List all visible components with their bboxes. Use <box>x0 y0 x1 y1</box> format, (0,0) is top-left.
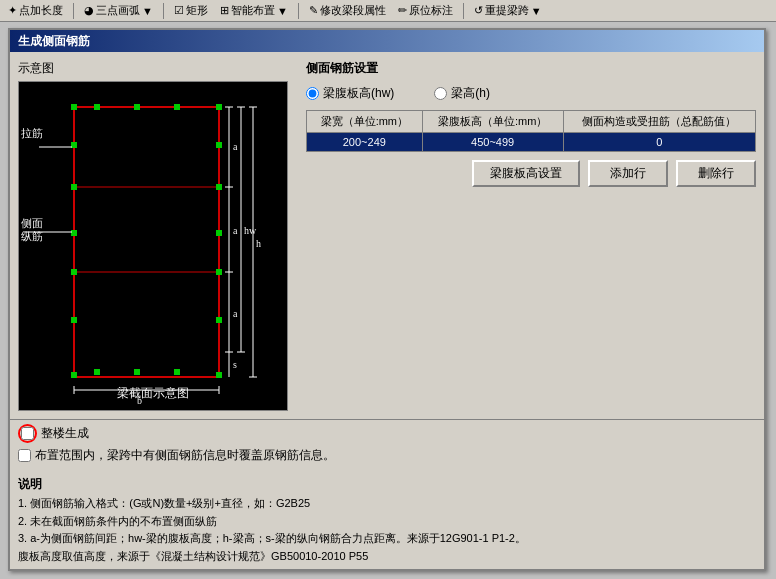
svg-rect-16 <box>216 317 222 323</box>
dropdown-arrow-3-icon: ▼ <box>531 5 542 17</box>
info-line-3: 3. a-为侧面钢筋间距；hw-梁的腹板高度；h-梁高；s-梁的纵向钢筋合力点距… <box>18 530 756 548</box>
svg-rect-20 <box>94 104 100 110</box>
col-header-beam-width: 梁宽（单位:mm） <box>307 111 423 133</box>
right-panel: 侧面钢筋设置 梁腹板高(hw) 梁高(h) 梁宽（单位:mm） 梁腹板 <box>306 60 756 411</box>
info-section: 说明 1. 侧面钢筋输入格式：(G或N)数量+级别+直径，如：G2B25 2. … <box>10 472 764 569</box>
data-table: 梁宽（单位:mm） 梁腹板高（单位:mm） 侧面构造或受扭筋（总配筋值） 200… <box>306 110 756 152</box>
svg-text:hw: hw <box>244 225 257 236</box>
radio-h-input[interactable] <box>434 87 447 100</box>
svg-rect-0 <box>74 107 219 377</box>
col-header-rebar: 侧面构造或受扭筋（总配筋值） <box>563 111 755 133</box>
svg-text:a: a <box>233 225 238 236</box>
button-row: 梁腹板高设置 添加行 删除行 <box>306 160 756 187</box>
schematic-label: 示意图 <box>18 60 298 77</box>
point-length-icon: ✦ <box>8 4 17 17</box>
svg-rect-22 <box>174 104 180 110</box>
schematic-box: a a a hw h s b 拉筋 侧面 纵筋 梁截面示意 <box>18 81 288 411</box>
svg-text:s: s <box>233 359 237 370</box>
cell-beam-width[interactable]: 200~249 <box>307 133 423 152</box>
radio-hw-input[interactable] <box>306 87 319 100</box>
col-header-web-height: 梁腹板高（单位:mm） <box>422 111 563 133</box>
separator-3 <box>298 3 299 19</box>
override-checkbox[interactable] <box>18 449 31 462</box>
dialog-generate-side-rebar: 生成侧面钢筋 示意图 <box>8 28 766 571</box>
toolbar: ✦ 点加长度 ◕ 三点画弧 ▼ ☑ 矩形 ⊞ 智能布置 ▼ ✎ 修改梁段属性 ✏… <box>0 0 776 22</box>
svg-rect-3 <box>71 104 77 110</box>
batch-generate-label: 整楼生成 <box>41 425 89 442</box>
svg-rect-17 <box>94 369 100 375</box>
web-height-setting-button[interactable]: 梁腹板高设置 <box>472 160 580 187</box>
bottom-section: 整楼生成 布置范围内，梁跨中有侧面钢筋信息时覆盖原钢筋信息。 <box>10 419 764 472</box>
svg-rect-18 <box>134 369 140 375</box>
svg-text:拉筋: 拉筋 <box>21 127 43 139</box>
annotation-icon: ✏ <box>398 4 407 17</box>
toolbar-smart-layout[interactable]: ⊞ 智能布置 ▼ <box>216 2 292 19</box>
svg-rect-14 <box>216 230 222 236</box>
override-row: 布置范围内，梁跨中有侧面钢筋信息时覆盖原钢筋信息。 <box>18 447 756 464</box>
svg-text:a: a <box>233 141 238 152</box>
info-line-1: 1. 侧面钢筋输入格式：(G或N)数量+级别+直径，如：G2B25 <box>18 495 756 513</box>
svg-rect-19 <box>174 369 180 375</box>
svg-rect-6 <box>216 372 222 378</box>
reextract-icon: ↺ <box>474 4 483 17</box>
svg-rect-8 <box>216 184 222 190</box>
left-panel: 示意图 <box>18 60 298 411</box>
dialog-title: 生成侧面钢筋 <box>10 30 764 52</box>
radio-hw[interactable]: 梁腹板高(hw) <box>306 85 394 102</box>
dialog-content: 示意图 <box>10 52 764 419</box>
separator-4 <box>463 3 464 19</box>
add-row-button[interactable]: 添加行 <box>588 160 668 187</box>
toolbar-annotation[interactable]: ✏ 原位标注 <box>394 2 457 19</box>
rect-icon: ☑ <box>174 4 184 17</box>
dropdown-arrow-2-icon: ▼ <box>277 5 288 17</box>
svg-rect-12 <box>216 142 222 148</box>
table-row[interactable]: 200~249 450~499 0 <box>307 133 756 152</box>
info-line-4: 腹板高度取值高度，来源于《混凝土结构设计规范》GB50010-2010 P55 <box>18 548 756 566</box>
arc-icon: ◕ <box>84 4 94 17</box>
toolbar-arc[interactable]: ◕ 三点画弧 ▼ <box>80 2 157 19</box>
schematic-svg: a a a hw h s b 拉筋 侧面 纵筋 <box>19 82 289 412</box>
svg-text:纵筋: 纵筋 <box>21 230 43 242</box>
batch-generate-checkbox[interactable] <box>21 427 34 440</box>
svg-rect-9 <box>71 269 77 275</box>
cell-rebar[interactable]: 0 <box>563 133 755 152</box>
svg-text:a: a <box>233 308 238 319</box>
modify-beam-icon: ✎ <box>309 4 318 17</box>
right-panel-title: 侧面钢筋设置 <box>306 60 756 77</box>
svg-rect-21 <box>134 104 140 110</box>
toolbar-reextract[interactable]: ↺ 重提梁跨 ▼ <box>470 2 546 19</box>
radio-h[interactable]: 梁高(h) <box>434 85 490 102</box>
svg-text:侧面: 侧面 <box>21 217 43 229</box>
separator-1 <box>73 3 74 19</box>
info-line-2: 2. 未在截面钢筋条件内的不布置侧面纵筋 <box>18 513 756 531</box>
svg-rect-7 <box>71 184 77 190</box>
toolbar-point-length[interactable]: ✦ 点加长度 <box>4 2 67 19</box>
dropdown-arrow-icon: ▼ <box>142 5 153 17</box>
svg-rect-15 <box>71 317 77 323</box>
toolbar-modify-beam[interactable]: ✎ 修改梁段属性 <box>305 2 390 19</box>
svg-rect-10 <box>216 269 222 275</box>
separator-2 <box>163 3 164 19</box>
svg-rect-13 <box>71 230 77 236</box>
svg-text:h: h <box>256 238 261 249</box>
toolbar-rect[interactable]: ☑ 矩形 <box>170 2 212 19</box>
override-label: 布置范围内，梁跨中有侧面钢筋信息时覆盖原钢筋信息。 <box>35 447 335 464</box>
batch-generate-row: 整楼生成 <box>18 424 756 443</box>
delete-row-button[interactable]: 删除行 <box>676 160 756 187</box>
svg-rect-5 <box>71 372 77 378</box>
batch-generate-circle <box>18 424 37 443</box>
info-title: 说明 <box>18 476 756 493</box>
svg-rect-4 <box>216 104 222 110</box>
radio-group: 梁腹板高(hw) 梁高(h) <box>306 85 756 102</box>
info-text: 1. 侧面钢筋输入格式：(G或N)数量+级别+直径，如：G2B25 2. 未在截… <box>18 495 756 565</box>
cell-web-height[interactable]: 450~499 <box>422 133 563 152</box>
smart-layout-icon: ⊞ <box>220 4 229 17</box>
beam-title: 梁截面示意图 <box>117 385 189 402</box>
